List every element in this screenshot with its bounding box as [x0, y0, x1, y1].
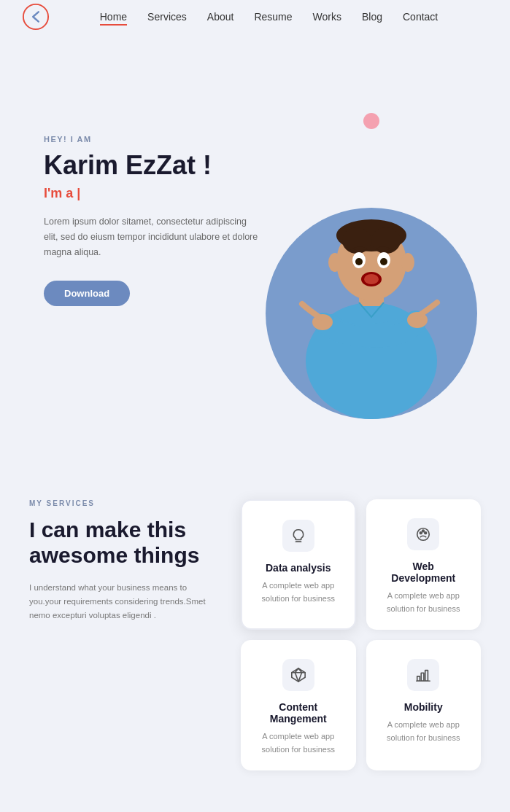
svg-rect-26 — [425, 671, 428, 682]
hero-eyebrow: HEY! I AM — [44, 135, 263, 144]
svg-point-12 — [364, 274, 379, 284]
services-text-block: MY SERVICES I can make this awesome thin… — [29, 499, 219, 622]
hero-small-circle — [363, 113, 379, 129]
hero-section: HEY! I AM Karim EzZat ! I'm a | Lorem ip… — [0, 33, 510, 456]
svg-point-9 — [355, 258, 363, 265]
svg-point-10 — [380, 258, 387, 265]
svg-point-19 — [420, 532, 422, 534]
service-card-web-development[interactable]: Web Development A complete web app solut… — [366, 499, 482, 630]
hero-text-block: HEY! I AM Karim EzZat ! I'm a | Lorem ip… — [44, 135, 263, 306]
nav-item-blog[interactable]: Blog — [362, 10, 382, 23]
svg-point-20 — [425, 532, 427, 534]
hero-person-image — [273, 149, 470, 419]
services-description: I understand what your business means to… — [29, 581, 219, 622]
services-heading: I can make this awesome things — [29, 518, 219, 568]
bulb-icon — [282, 520, 314, 552]
chart-icon — [407, 659, 439, 691]
services-section: MY SERVICES I can make this awesome thin… — [0, 456, 510, 800]
svg-rect-25 — [422, 673, 425, 681]
nav-item-services[interactable]: Services — [147, 10, 187, 23]
logo[interactable] — [22, 3, 50, 31]
service-title-web-development: Web Development — [381, 561, 467, 584]
svg-point-14 — [401, 253, 414, 272]
svg-rect-24 — [417, 676, 420, 681]
nav-item-home[interactable]: Home — [100, 10, 127, 23]
service-title-data-analysis: Data analysis — [266, 562, 331, 574]
service-title-mobility: Mobility — [404, 701, 443, 713]
diamond-icon — [282, 659, 314, 691]
nav-item-contact[interactable]: Contact — [403, 10, 438, 23]
download-button[interactable]: Download — [44, 281, 130, 306]
service-desc-web-development: A complete web app solution for business — [381, 590, 467, 615]
services-eyebrow: MY SERVICES — [29, 499, 219, 507]
hero-description: Lorem ipsum dolor sitamet, consectetur a… — [44, 214, 263, 261]
service-card-mobility[interactable]: Mobility A complete web app solution for… — [366, 640, 482, 770]
services-cards-grid: Data analysis A complete web app solutio… — [241, 499, 481, 770]
nav-item-about[interactable]: About — [207, 10, 234, 23]
service-card-data-analysis[interactable]: Data analysis A complete web app solutio… — [241, 499, 356, 630]
service-desc-mobility: A complete web app solution for business — [381, 719, 467, 744]
svg-point-0 — [23, 4, 48, 28]
nav-item-resume[interactable]: Resume — [254, 10, 292, 23]
service-desc-data-analysis: A complete web app solution for business — [257, 579, 340, 605]
hero-image-area — [255, 69, 488, 419]
nav-item-works[interactable]: Works — [313, 10, 341, 23]
svg-point-21 — [422, 530, 425, 532]
svg-marker-22 — [292, 668, 305, 682]
service-title-content-management: Content Mangement — [255, 701, 341, 725]
hero-name: Karim EzZat ! — [44, 151, 263, 180]
svg-point-13 — [328, 253, 341, 272]
service-card-content-management[interactable]: Content Mangement A complete web app sol… — [241, 640, 356, 770]
nav-links: Home Services About Resume Works Blog Co… — [100, 10, 438, 23]
navbar: Home Services About Resume Works Blog Co… — [0, 0, 510, 33]
service-desc-content-management: A complete web app solution for business — [255, 730, 341, 756]
hero-role: I'm a | — [44, 186, 263, 201]
palette-icon — [407, 518, 439, 550]
